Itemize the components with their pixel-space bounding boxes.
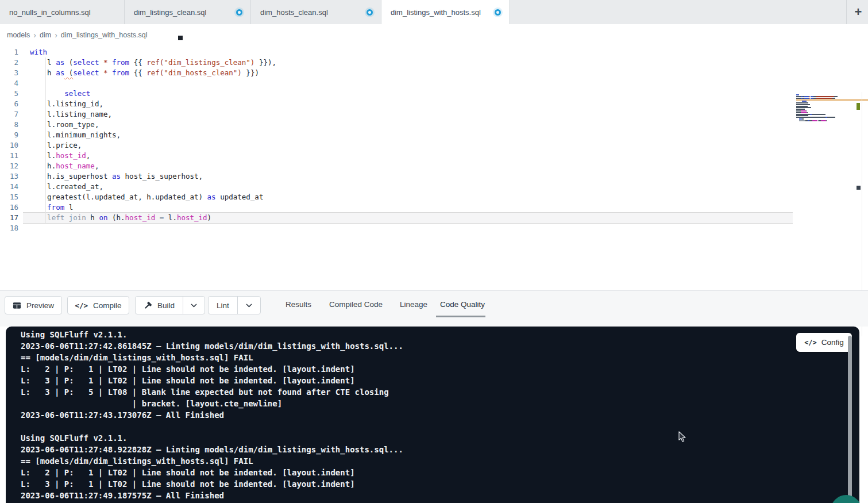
code-token: l.room_type, xyxy=(30,120,99,129)
code-token: host_id xyxy=(56,151,86,160)
code-token: l.price, xyxy=(30,141,82,149)
terminal-line: 2023-06-06T11:27:43.173076Z – All Finish… xyxy=(21,409,403,421)
lint-button-label: Lint xyxy=(217,301,229,310)
modified-dot-icon xyxy=(367,9,373,16)
lint-button[interactable]: Lint xyxy=(209,297,238,314)
code-token: , xyxy=(95,162,99,170)
line-number-gutter: 123456789101112131415161718 xyxy=(0,47,18,233)
code-token: ref("dim_listings_clean") xyxy=(146,58,254,67)
code-token: left join xyxy=(47,213,86,222)
code-token: l. xyxy=(30,151,56,160)
code-line: l.listing_name, xyxy=(30,109,276,120)
file-tab-3[interactable]: dim_hosts_clean.sql xyxy=(251,0,381,24)
build-dropdown-button[interactable] xyxy=(183,297,205,314)
code-line: l.room_type, xyxy=(30,120,276,130)
code-token: ( xyxy=(64,68,73,77)
code-token: l. xyxy=(164,213,177,222)
file-tab-2[interactable]: dim_listings_clean.sql xyxy=(125,0,251,24)
tab-label: dim_listings_with_hosts.sql xyxy=(391,8,481,17)
minimap-line xyxy=(796,122,840,124)
preview-button[interactable]: Preview xyxy=(5,296,62,314)
code-token: l.listing_id, xyxy=(30,99,103,108)
lint-split-button: Lint xyxy=(208,296,261,314)
lint-output-terminal[interactable]: Using SQLFluff v2.1.1.2023-06-06T11:27:4… xyxy=(6,327,859,503)
code-token: select xyxy=(73,68,99,77)
lint-dropdown-button[interactable] xyxy=(238,297,260,314)
code-token: l xyxy=(30,58,56,67)
code-editor[interactable]: 123456789101112131415161718 with l as (s… xyxy=(0,46,868,290)
line-number: 12 xyxy=(0,161,18,171)
code-token: }}), xyxy=(254,58,276,67)
code-token xyxy=(30,89,64,98)
code-token xyxy=(30,203,47,212)
overview-ruler-warning-marker xyxy=(857,103,860,110)
line-number: 17 xyxy=(0,213,18,223)
code-token xyxy=(155,213,160,222)
file-tab-4[interactable]: dim_listings_with_hosts.sql xyxy=(381,0,510,24)
line-number: 14 xyxy=(0,182,18,192)
breadcrumb-row: models › dim › dim_listings_with_hosts.s… xyxy=(0,24,868,46)
code-token: from xyxy=(112,68,129,77)
code-token: host_is_superhost, xyxy=(121,172,203,181)
code-token: on xyxy=(99,213,107,222)
line-number: 11 xyxy=(0,151,18,161)
breadcrumb-item-models[interactable]: models xyxy=(7,31,30,39)
build-button[interactable]: Build xyxy=(136,297,183,314)
code-token: {{ xyxy=(129,58,146,67)
minimap[interactable] xyxy=(796,94,840,124)
code-token: as xyxy=(112,172,121,181)
code-line: from l xyxy=(30,202,276,213)
terminal-line: == [models/dim/dim_listings_with_hosts.s… xyxy=(21,352,403,363)
code-line: h.is_superhost as host_is_superhost, xyxy=(30,171,276,182)
mouse-cursor xyxy=(678,431,686,446)
line-number: 2 xyxy=(0,57,18,68)
code-line: with xyxy=(30,47,276,57)
config-button[interactable]: </> Config xyxy=(796,333,852,352)
result-tab-results[interactable]: Results xyxy=(286,291,311,318)
code-token: h. xyxy=(30,162,56,170)
file-tab-bar: no_nulls_in_columns.sqldim_listings_clea… xyxy=(0,0,868,24)
result-tab-lineage[interactable]: Lineage xyxy=(400,291,427,318)
compile-button[interactable]: </> Compile xyxy=(67,296,129,314)
tab-label: dim_hosts_clean.sql xyxy=(260,8,328,17)
terminal-line: | bracket. [layout.cte_newline] xyxy=(21,398,403,409)
code-line: select xyxy=(30,89,276,99)
code-token: as xyxy=(56,58,64,67)
code-line xyxy=(30,78,276,89)
code-token: l.created_at, xyxy=(30,182,103,191)
code-token: host_name xyxy=(56,162,95,170)
code-lines: with l as (select * from {{ ref("dim_lis… xyxy=(30,47,276,233)
code-token: with xyxy=(30,48,47,56)
modified-dot-icon xyxy=(495,9,501,16)
code-token: h xyxy=(30,68,56,77)
compile-button-label: Compile xyxy=(93,301,122,310)
code-brackets-icon: </> xyxy=(75,301,88,310)
code-token: as xyxy=(207,193,216,201)
line-number: 15 xyxy=(0,192,18,202)
result-tab-compiled-code[interactable]: Compiled Code xyxy=(329,291,383,318)
chevron-down-icon xyxy=(245,302,253,309)
terminal-line: == [models/dim/dim_listings_with_hosts.s… xyxy=(21,455,403,467)
build-button-label: Build xyxy=(157,301,175,310)
code-token: from xyxy=(112,58,129,67)
editor-toolbar: Preview </> Compile Build xyxy=(0,290,868,327)
code-line: l.created_at, xyxy=(30,182,276,192)
terminal-scrollbar[interactable] xyxy=(848,336,852,501)
config-button-label: Config xyxy=(821,338,844,347)
result-tab-code-quality[interactable]: Code Quality xyxy=(440,291,485,318)
code-line: left join h on (h.host_id = l.host_id) xyxy=(30,213,276,223)
breadcrumb-item-dim[interactable]: dim xyxy=(40,31,51,39)
new-tab-button[interactable]: + xyxy=(849,0,867,24)
tab-separator xyxy=(846,0,847,24)
code-token: l.minimum_nights, xyxy=(30,130,121,139)
code-token: h xyxy=(86,213,99,222)
tab-label: no_nulls_in_columns.sql xyxy=(9,8,91,17)
code-line: h as (select * from {{ ref("dim_hosts_cl… xyxy=(30,68,276,78)
breadcrumb: models › dim › dim_listings_with_hosts.s… xyxy=(7,24,148,46)
active-tab-underline xyxy=(436,316,485,317)
line-number: 16 xyxy=(0,202,18,213)
code-token: host_id xyxy=(177,213,207,222)
line-number: 7 xyxy=(0,109,18,120)
line-number: 18 xyxy=(0,223,18,233)
file-tab-1[interactable]: no_nulls_in_columns.sql xyxy=(0,0,125,24)
